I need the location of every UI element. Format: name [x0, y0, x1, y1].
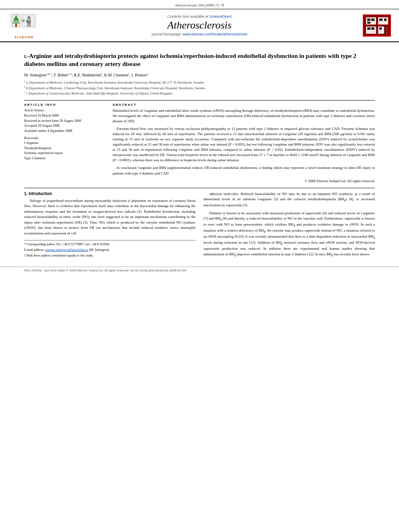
- revised-date: Received in revised form 29 August 2008: [24, 118, 105, 123]
- svg-rect-21: [367, 22, 370, 24]
- svg-rect-10: [26, 20, 28, 23]
- intro-right-para1: adhesion molecules. Reduced bioavailabil…: [204, 191, 375, 208]
- intro-number: 1.: [24, 191, 27, 196]
- svg-rect-13: [29, 25, 31, 27]
- homepage-url[interactable]: www.elsevier.com/locate/atherosclerosis: [183, 32, 247, 36]
- svg-rect-7: [15, 24, 17, 27]
- journal-banner: 🌿 ELSEVIER Contents lists ava: [0, 9, 399, 42]
- svg-rect-23: [384, 18, 387, 21]
- contents-label: Contents lists available at: [167, 14, 208, 18]
- keyword-1: l-Arginine: [24, 140, 105, 146]
- svg-text:🌿: 🌿: [21, 19, 25, 23]
- article-title: l-Arginine and tetrahydrobiopterin prote…: [24, 52, 375, 68]
- history-label: Article history:: [24, 108, 105, 112]
- accepted-date: Accepted 29 August 2008: [24, 123, 105, 128]
- journal-logo-right: [359, 14, 391, 37]
- intro-right-para2: Diabetes is known to be associated with …: [204, 211, 375, 258]
- intro-left-para: Salvage of jeopardized myocardium during…: [24, 198, 195, 236]
- homepage-label: journal homepage:: [152, 32, 182, 36]
- footnotes: * Corresponding author. Tel.: +46 8 5177…: [24, 240, 195, 258]
- svg-rect-27: [386, 27, 388, 29]
- issn-text: 0021-9150/$ – see front matter © 2008 El…: [24, 269, 130, 272]
- elsevier-tree-icon: 🌿: [8, 12, 38, 34]
- sciencedirect-line: Contents lists available at ScienceDirec…: [40, 14, 359, 18]
- available-date: Available online 4 September 2008: [24, 128, 105, 134]
- bottom-bar: 0021-9150/$ – see front matter © 2008 El…: [0, 267, 399, 274]
- journal-title: Atherosclerosis: [40, 19, 359, 31]
- intro-right-text: adhesion molecules. Reduced bioavailabil…: [204, 191, 375, 258]
- affiliations: a a Department of Medicine, Cardiology U…: [24, 80, 375, 96]
- abstract-col: Abstract Diminished levels of l-arginine…: [113, 103, 375, 184]
- abstract-text: Diminished levels of l-arginine and endo…: [113, 108, 375, 184]
- svg-rect-19: [367, 18, 370, 21]
- title-main: -Arginine and tetrahydrobiopterin protec…: [24, 53, 356, 67]
- page-wrapper: Atherosclerosis 204 (2009) 73–78 🌿: [0, 0, 399, 532]
- article-info-heading: Article Info: [24, 103, 105, 107]
- svg-rect-11: [29, 20, 31, 23]
- email-label: E-mail address:: [24, 248, 44, 252]
- keyword-2: Tetrahydrobiopterin: [24, 146, 105, 151]
- authors-text: M. Settergrena,∗,1, F. Böhma,c,1, R.E. M…: [24, 73, 148, 77]
- keyword-4: Type 2 diabetes: [24, 156, 105, 161]
- info-abstract-section: Article Info Article history: Received 1…: [24, 103, 375, 184]
- body-section: 1. Introduction Salvage of jeopardized m…: [24, 191, 375, 260]
- authors-line: M. Settergrena,∗,1, F. Böhma,c,1, R.E. M…: [24, 72, 375, 77]
- atherosclerosis-logo: [363, 14, 391, 37]
- footnote-email: E-mail address: magnus.settergren@karoli…: [24, 248, 195, 253]
- svg-rect-20: [371, 18, 374, 21]
- journal-ref: Atherosclerosis 204 (2009) 73–78: [175, 3, 224, 7]
- journal-center: Contents lists available at ScienceDirec…: [40, 14, 359, 36]
- doi-text: doi:10.1016/j.atherosclerosis.2008.08.03…: [130, 269, 186, 272]
- footnote-corresponding: * Corresponding author. Tel.: +46 8 5177…: [24, 242, 195, 247]
- body-right-col: adhesion molecules. Reduced bioavailabil…: [204, 191, 375, 260]
- abstract-heading: Abstract: [113, 103, 375, 107]
- journal-homepage: journal homepage: www.elsevier.com/locat…: [40, 32, 359, 36]
- sciencedirect-link[interactable]: ScienceDirect: [210, 14, 232, 18]
- affiliation-b: b b Department of Medicine, Clinical Pha…: [24, 85, 375, 91]
- svg-rect-25: [371, 27, 374, 30]
- intro-left-text: Salvage of jeopardized myocardium during…: [24, 198, 195, 236]
- divider-1: [24, 100, 375, 101]
- footnote-1: 1 Both these authors contributed equally…: [24, 253, 195, 258]
- abstract-p1: Diminished levels of l-arginine and endo…: [113, 108, 375, 124]
- keywords-label: Keywords:: [24, 136, 105, 140]
- abstract-p2: Forearm blood flow was measured by venou…: [113, 126, 375, 163]
- intro-heading: Introduction: [29, 191, 52, 196]
- svg-point-8: [27, 16, 31, 19]
- svg-rect-24: [367, 27, 370, 30]
- svg-rect-28: [386, 30, 388, 31]
- intro-title: 1. Introduction: [24, 191, 195, 196]
- article-content: l-Arginine and tetrahydrobiopterin prote…: [0, 42, 399, 264]
- abstract-p3: In conclusion l-arginine and BH4 supplem…: [113, 165, 375, 176]
- copyright-line: © 2008 Elsevier Ireland Ltd. All rights …: [113, 179, 375, 184]
- email-link[interactable]: magnus.settergren@karolinska.se: [45, 248, 88, 252]
- affiliation-c: c c Department of Cardiovascular Medicin…: [24, 90, 375, 96]
- affiliation-a: a a Department of Medicine, Cardiology U…: [24, 80, 375, 85]
- journal-logo-icon: [364, 15, 390, 35]
- elsevier-label: ELSEVIER: [8, 35, 40, 39]
- divider-2: [24, 188, 375, 188]
- svg-rect-12: [27, 25, 29, 27]
- email-suffix: (M. Settergren).: [89, 248, 110, 252]
- svg-rect-29: [386, 32, 388, 34]
- keyword-3: Ischemia–reperfusion injury: [24, 150, 105, 156]
- elsevier-logo: 🌿 ELSEVIER: [8, 12, 40, 39]
- article-info-col: Article Info Article history: Received 1…: [24, 103, 105, 184]
- received-date: Received 16 March 2008: [24, 113, 105, 118]
- svg-rect-26: [379, 27, 382, 30]
- journal-header: Atherosclerosis 204 (2009) 73–78: [0, 0, 399, 9]
- svg-rect-22: [379, 18, 383, 21]
- body-left-col: 1. Introduction Salvage of jeopardized m…: [24, 191, 195, 260]
